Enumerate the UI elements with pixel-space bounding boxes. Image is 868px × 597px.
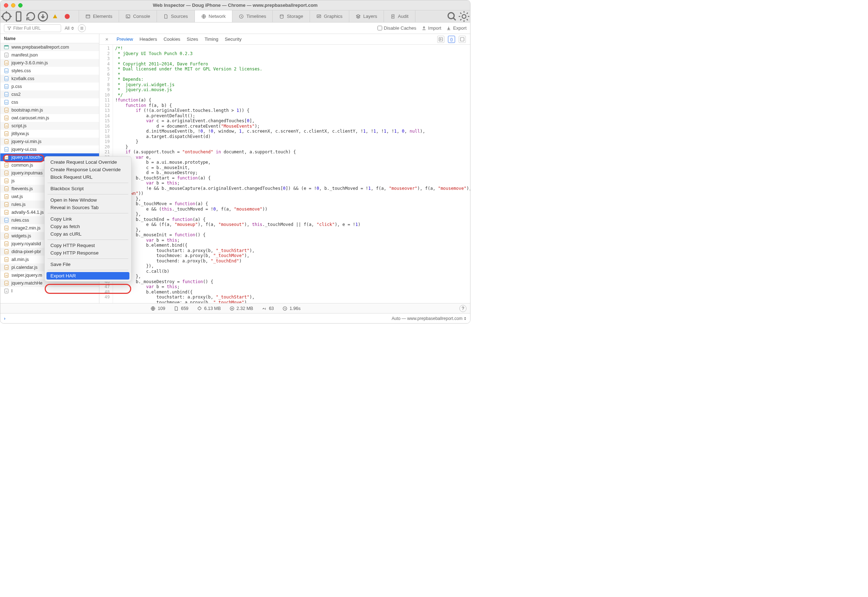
wrap-lines-icon[interactable] xyxy=(458,36,466,43)
file-type-icon: JS xyxy=(4,131,9,136)
subtab-headers[interactable]: Headers xyxy=(139,36,157,42)
resource-row[interactable]: Al xyxy=(0,287,99,295)
tab-elements[interactable]: Elements xyxy=(79,10,119,22)
menu-item[interactable]: Copy as fetch xyxy=(45,223,131,230)
zoom-window-button[interactable] xyxy=(18,3,22,7)
scope-selector[interactable]: All xyxy=(65,26,74,31)
resource-row[interactable]: csskzx6alk.css xyxy=(0,75,99,83)
pretty-print-icon[interactable] xyxy=(437,36,444,43)
tab-sources[interactable]: Sources xyxy=(157,10,195,22)
target-picker-icon[interactable] xyxy=(0,10,12,22)
source-code-view[interactable]: /*! * jQuery UI Touch Punch 0.2.3 * * Co… xyxy=(113,45,470,303)
svg-text:JS: JS xyxy=(5,243,7,245)
menu-item[interactable]: Copy HTTP Response xyxy=(45,249,131,257)
file-type-icon: JS xyxy=(4,108,9,113)
tab-timelines[interactable]: Timelines xyxy=(232,10,273,22)
subtab-preview[interactable]: Preview xyxy=(117,36,133,42)
subtab-timing[interactable]: Timing xyxy=(205,36,218,42)
file-type-icon: JS xyxy=(4,265,9,270)
file-type-icon: JS xyxy=(4,155,9,160)
device-icon[interactable] xyxy=(12,10,25,22)
svg-text:JS: JS xyxy=(5,196,7,198)
file-type-icon: JS xyxy=(4,281,9,286)
file-type-icon: JS xyxy=(4,61,9,65)
svg-text:JS: JS xyxy=(5,188,7,190)
tab-layers[interactable]: Layers xyxy=(349,10,384,22)
settings-gear-icon[interactable] xyxy=(458,10,470,22)
menu-item[interactable]: Create Request Local Override xyxy=(45,158,131,166)
menu-item[interactable]: Export HAR xyxy=(46,272,129,279)
execution-context[interactable]: Auto — www.prepbaseballreport.com xyxy=(392,316,463,321)
resource-row[interactable]: JSjquery-ui.min.js xyxy=(0,138,99,146)
import-har-button[interactable]: Import xyxy=(421,25,442,31)
disable-caches-checkbox[interactable]: Disable Caches xyxy=(377,25,417,31)
file-type-icon: A xyxy=(4,288,9,294)
tab-graphics[interactable]: Graphics xyxy=(310,10,349,22)
svg-text:JS: JS xyxy=(5,157,7,159)
resource-row[interactable]: csscss xyxy=(0,98,99,106)
console-prompt-bar[interactable]: › Auto — www.prepbaseballreport.com xyxy=(0,313,470,323)
tab-storage[interactable]: Storage xyxy=(273,10,310,22)
subtab-sizes[interactable]: Sizes xyxy=(187,36,198,42)
tab-audit[interactable]: Audit xyxy=(384,10,415,22)
resource-row[interactable]: JSscript.js xyxy=(0,122,99,130)
close-detail-button[interactable]: × xyxy=(104,36,110,42)
resource-row[interactable]: cssstyles.css xyxy=(0,67,99,75)
resource-row[interactable]: JSjit8yxw.js xyxy=(0,130,99,138)
tab-network[interactable]: Network xyxy=(195,10,233,22)
menu-item[interactable]: Reveal in Sources Tab xyxy=(45,204,131,211)
svg-text:JS: JS xyxy=(5,172,7,174)
download-icon[interactable] xyxy=(37,10,49,22)
svg-text:A: A xyxy=(5,290,7,293)
filter-url-input[interactable]: Filter Full URL xyxy=(4,24,61,32)
resource-row[interactable]: www.prepbaseballreport.com xyxy=(0,43,99,51)
menu-item[interactable]: Create Response Local Override xyxy=(45,166,131,174)
resource-row[interactable]: {}manifest.json xyxy=(0,51,99,59)
file-type-icon: JS xyxy=(4,123,9,128)
menu-item[interactable]: Copy Link xyxy=(45,215,131,223)
minimize-window-button[interactable] xyxy=(11,3,15,7)
svg-text:JS: JS xyxy=(5,282,7,285)
menu-item[interactable]: Block Request URL xyxy=(45,174,131,181)
svg-rect-76 xyxy=(460,37,464,41)
subtab-security[interactable]: Security xyxy=(225,36,242,42)
file-type-icon: css xyxy=(4,92,9,97)
resource-row[interactable]: JSjquery-3.6.0.min.js xyxy=(0,59,99,67)
reload-icon[interactable] xyxy=(25,10,37,22)
name-column-header[interactable]: Name xyxy=(0,34,99,43)
file-type-icon: css xyxy=(4,68,9,73)
menu-item[interactable]: Save File xyxy=(45,261,131,268)
group-toggle-icon[interactable] xyxy=(78,24,86,32)
context-menu[interactable]: Create Request Local OverrideCreate Resp… xyxy=(45,156,132,282)
resource-row[interactable]: JSowl.carousel.min.js xyxy=(0,114,99,122)
svg-text:JS: JS xyxy=(5,204,7,206)
tab-console[interactable]: Console xyxy=(119,10,157,22)
svg-text:css: css xyxy=(5,86,8,88)
resource-row[interactable]: JSbootstrap.min.js xyxy=(0,106,99,114)
resource-row[interactable]: cssjquery-ui.css xyxy=(0,146,99,153)
close-window-button[interactable] xyxy=(4,3,8,7)
help-button[interactable]: ? xyxy=(459,305,466,312)
export-har-button[interactable]: Export xyxy=(446,25,466,31)
resource-row[interactable]: cssp.css xyxy=(0,83,99,91)
braces-icon[interactable]: {} xyxy=(448,36,455,43)
window-titlebar: Web Inspector — Doug iPhone — Chrome — w… xyxy=(0,0,470,10)
file-type-icon: JS xyxy=(4,210,9,215)
search-icon[interactable] xyxy=(446,10,458,22)
menu-item[interactable]: Copy as cURL xyxy=(45,230,131,238)
svg-point-7 xyxy=(280,14,283,16)
inspector-tab-bar: ElementsConsoleSourcesNetworkTimelinesSt… xyxy=(0,10,470,22)
subtab-cookies[interactable]: Cookies xyxy=(163,36,180,42)
svg-text:JS: JS xyxy=(5,62,7,64)
errors-icon[interactable] xyxy=(61,10,73,22)
svg-text:JS: JS xyxy=(5,117,7,119)
menu-item[interactable]: Open in New Window xyxy=(45,196,131,204)
menu-item[interactable]: Blackbox Script xyxy=(45,185,131,192)
file-type-icon: JS xyxy=(4,171,9,175)
warnings-icon[interactable] xyxy=(49,10,61,22)
svg-rect-3 xyxy=(86,15,90,18)
resource-row[interactable]: csscss2 xyxy=(0,91,99,98)
menu-item[interactable]: Copy HTTP Request xyxy=(45,242,131,249)
stat-redirects: 63 xyxy=(262,306,274,311)
window-title: Web Inspector — Doug iPhone — Chrome — w… xyxy=(0,3,470,8)
